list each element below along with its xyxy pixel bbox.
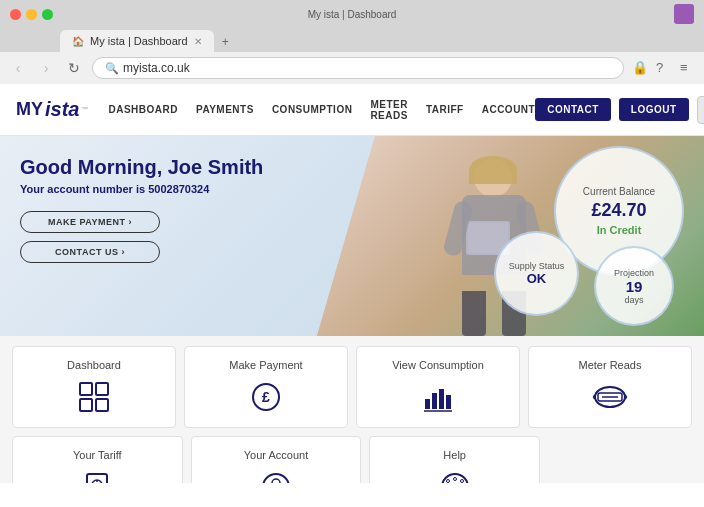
help-icon: ? <box>656 60 672 76</box>
tariff-icon <box>79 469 115 483</box>
browser-icons: 🔒 ? ≡ <box>632 60 696 76</box>
account-prefix: Your account number is <box>20 183 148 195</box>
make-payment-card[interactable]: Make Payment £ <box>184 346 348 428</box>
svg-rect-8 <box>439 389 444 409</box>
nav-payments[interactable]: PAYMENTS <box>196 104 254 115</box>
hero-greeting: Good Morning, Joe Smith <box>20 156 263 179</box>
svg-point-21 <box>272 479 280 483</box>
contact-us-button[interactable]: CONTACT US › <box>20 241 160 263</box>
meter-reads-card[interactable]: Meter Reads <box>528 346 692 428</box>
url-text: myista.co.uk <box>123 61 190 75</box>
account-icon <box>258 469 294 483</box>
supply-value: OK <box>527 271 547 286</box>
svg-rect-9 <box>446 395 451 409</box>
your-account-card[interactable]: Your Account <box>191 436 362 483</box>
menu-icon[interactable]: ≡ <box>680 60 696 76</box>
nav-meter-reads[interactable]: METER READS <box>370 99 408 121</box>
hero-account: Your account number is 5002870324 <box>20 183 263 195</box>
dashboard-card-label: Dashboard <box>67 359 121 371</box>
supply-circle: Supply Status OK <box>494 231 579 316</box>
svg-point-26 <box>453 478 456 481</box>
browser-titlebar: My ista | Dashboard <box>0 0 704 28</box>
meter-reads-card-label: Meter Reads <box>579 359 642 371</box>
svg-rect-7 <box>432 393 437 409</box>
nav-account[interactable]: ACCOUNT <box>482 104 536 115</box>
svg-text:£: £ <box>262 389 270 405</box>
make-payment-card-label: Make Payment <box>229 359 302 371</box>
logo-my: MY <box>16 99 43 120</box>
projection-label: Projection <box>614 268 654 278</box>
help-card[interactable]: Help <box>369 436 540 483</box>
active-tab[interactable]: 🏠 My ista | Dashboard ✕ <box>60 30 214 52</box>
main-nav: DASHBOARD PAYMENTS CONSUMPTION METER REA… <box>108 99 535 121</box>
tab-title: My ista | Dashboard <box>90 35 188 47</box>
contact-button[interactable]: CONTACT <box>535 98 611 121</box>
svg-rect-6 <box>425 399 430 409</box>
dashboard-card[interactable]: Dashboard <box>12 346 176 428</box>
logo: MY ista ™ <box>16 98 88 121</box>
traffic-lights <box>10 9 53 20</box>
svg-point-22 <box>442 474 468 483</box>
back-button[interactable]: ‹ <box>8 58 28 78</box>
projection-unit: days <box>624 295 643 305</box>
tab-favicon: 🏠 <box>72 36 84 47</box>
hero-section: Good Morning, Joe Smith Your account num… <box>0 136 704 336</box>
header-actions: CONTACT LOGOUT ↻ <box>535 96 704 124</box>
projection-value: 19 <box>626 278 643 295</box>
svg-point-29 <box>460 480 463 483</box>
balance-amount: £24.70 <box>591 200 646 221</box>
view-consumption-card-label: View Consumption <box>392 359 484 371</box>
header-refresh-button[interactable]: ↻ <box>697 96 704 124</box>
payment-icon: £ <box>248 379 284 415</box>
circles-container: Current Balance £24.70 In Credit Supply … <box>494 146 684 326</box>
app-header: MY ista ™ DASHBOARD PAYMENTS CONSUMPTION… <box>0 84 704 136</box>
svg-rect-2 <box>80 399 92 411</box>
nav-consumption[interactable]: CONSUMPTION <box>272 104 353 115</box>
grid-section: Dashboard Make Payment £ <box>0 336 704 483</box>
help-icon <box>437 469 473 483</box>
logo-ista: ista <box>45 98 79 121</box>
nav-tariff[interactable]: TARIFF <box>426 104 464 115</box>
make-payment-button[interactable]: MAKE PAYMENT › <box>20 211 160 233</box>
new-tab-btn[interactable]: + <box>214 32 237 52</box>
meter-icon <box>592 379 628 415</box>
balance-label: Current Balance <box>583 186 655 197</box>
address-bar: ‹ › ↻ 🔍 myista.co.uk 🔒 ? ≡ <box>0 52 704 84</box>
refresh-button[interactable]: ↻ <box>64 58 84 78</box>
logo-tm: ™ <box>81 106 88 113</box>
projection-circle: Projection 19 days <box>594 246 674 326</box>
tab-bar: 🏠 My ista | Dashboard ✕ + <box>0 28 704 52</box>
browser-chrome: My ista | Dashboard 🏠 My ista | Dashboar… <box>0 0 704 84</box>
view-consumption-card[interactable]: View Consumption <box>356 346 520 428</box>
browser-extension-icon <box>674 4 694 24</box>
account-card-label: Your Account <box>244 449 308 461</box>
nav-dashboard[interactable]: DASHBOARD <box>108 104 178 115</box>
url-bar[interactable]: 🔍 myista.co.uk <box>92 57 624 79</box>
grid-row-1: Dashboard Make Payment £ <box>12 346 692 428</box>
grid-row-2: Your Tariff Your Account <box>12 436 540 483</box>
your-tariff-card[interactable]: Your Tariff <box>12 436 183 483</box>
help-card-label: Help <box>443 449 466 461</box>
svg-point-28 <box>446 480 449 483</box>
app-container: MY ista ™ DASHBOARD PAYMENTS CONSUMPTION… <box>0 84 704 483</box>
consumption-icon <box>420 379 456 415</box>
svg-rect-0 <box>80 383 92 395</box>
supply-label: Supply Status <box>509 261 565 271</box>
logout-button[interactable]: LOGOUT <box>619 98 689 121</box>
maximize-traffic-light[interactable] <box>42 9 53 20</box>
shield-icon: 🔒 <box>632 60 648 76</box>
tab-close-btn[interactable]: ✕ <box>194 36 202 47</box>
account-number: 5002870324 <box>148 183 209 195</box>
hero-content: Good Morning, Joe Smith Your account num… <box>20 156 263 263</box>
tariff-card-label: Your Tariff <box>73 449 122 461</box>
minimize-traffic-light[interactable] <box>26 9 37 20</box>
svg-rect-1 <box>96 383 108 395</box>
window-title-bar: My ista | Dashboard <box>308 9 397 20</box>
dashboard-icon <box>76 379 112 415</box>
forward-button[interactable]: › <box>36 58 56 78</box>
close-traffic-light[interactable] <box>10 9 21 20</box>
svg-rect-3 <box>96 399 108 411</box>
balance-status: In Credit <box>597 224 642 236</box>
